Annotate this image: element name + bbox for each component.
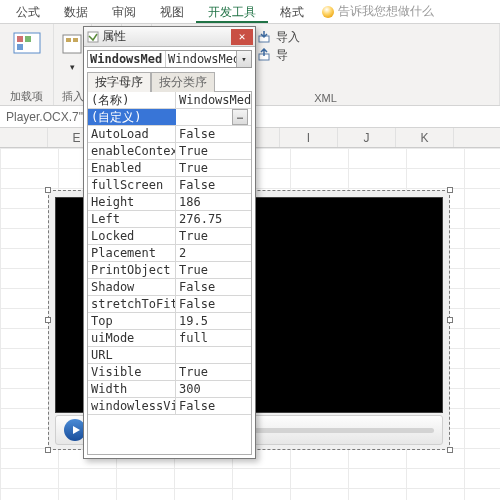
resize-e[interactable] (447, 317, 453, 323)
prop-name: stretchToFit (88, 296, 176, 312)
prop-row-left[interactable]: Left276.75 (88, 211, 251, 228)
addins-button[interactable] (6, 28, 47, 62)
prop-row-fullscreen[interactable]: fullScreenFalse (88, 177, 251, 194)
prop-row-url[interactable]: URL (88, 347, 251, 364)
group-addins-label: 加载项 (6, 89, 47, 104)
addins-icon (12, 30, 42, 60)
prop-value[interactable]: 276.75 (176, 211, 251, 227)
xml-import[interactable]: 导入 (252, 28, 304, 46)
resize-se[interactable] (447, 447, 453, 453)
prop-value[interactable] (176, 347, 251, 363)
prop-value[interactable]: False (176, 296, 251, 312)
tab-categorized[interactable]: 按分类序 (151, 72, 215, 92)
prop-value[interactable]: True (176, 262, 251, 278)
prop-row-enabled[interactable]: EnabledTrue (88, 160, 251, 177)
properties-grid[interactable]: (名称)WindowsMedi(自定义)…AutoLoadFalseenable… (87, 91, 252, 455)
prop-value[interactable]: 186 (176, 194, 251, 210)
tab-developer[interactable]: 开发工具 (196, 0, 268, 23)
prop-name: windowlessVi (88, 398, 176, 414)
prop-row-uimode[interactable]: uiModefull (88, 330, 251, 347)
prop-name: Top (88, 313, 176, 329)
insert-button[interactable]: ▾ (60, 28, 85, 74)
tab-alphabetic[interactable]: 按字母序 (87, 72, 151, 92)
resize-w[interactable] (45, 317, 51, 323)
prop-name: Left (88, 211, 176, 227)
prop-name: fullScreen (88, 177, 176, 193)
tab-format[interactable]: 格式 (268, 0, 316, 23)
prop-name: Placement (88, 245, 176, 261)
prop-row-locked[interactable]: LockedTrue (88, 228, 251, 245)
prop-value[interactable]: True (176, 143, 251, 159)
prop-name: URL (88, 347, 176, 363)
bulb-icon (322, 6, 334, 18)
prop-value[interactable]: False (176, 398, 251, 414)
tab-formulas[interactable]: 公式 (4, 0, 52, 23)
import-icon (256, 29, 272, 45)
prop-name: PrintObject (88, 262, 176, 278)
prop-row-height[interactable]: Height186 (88, 194, 251, 211)
ribbon-tabs: 公式 数据 审阅 视图 开发工具 格式 告诉我您想做什么 (0, 0, 500, 24)
svg-rect-4 (63, 35, 81, 53)
prop-row-visible[interactable]: VisibleTrue (88, 364, 251, 381)
prop-row-autoload[interactable]: AutoLoadFalse (88, 126, 251, 143)
group-insert-label: 插入 (60, 89, 85, 104)
col-J[interactable]: J (338, 128, 396, 147)
prop-row-shadow[interactable]: ShadowFalse (88, 279, 251, 296)
prop-value[interactable]: False (176, 126, 251, 142)
propwin-close[interactable]: ✕ (231, 29, 253, 45)
prop-name: Width (88, 381, 176, 397)
prop-row-enablecontex[interactable]: enableContexTrue (88, 143, 251, 160)
name-box[interactable]: Player.OCX.7" (6, 110, 83, 124)
xml-export[interactable]: 导 (252, 46, 304, 64)
tab-review[interactable]: 审阅 (100, 0, 148, 23)
prop-name: Locked (88, 228, 176, 244)
prop-name: uiMode (88, 330, 176, 346)
prop-name: Shadow (88, 279, 176, 295)
prop-name: enableContex (88, 143, 176, 159)
group-addins: 加载项 (0, 24, 54, 105)
prop-row-printobject[interactable]: PrintObjectTrue (88, 262, 251, 279)
ellipsis-button[interactable]: … (232, 109, 248, 125)
prop-value[interactable]: False (176, 177, 251, 193)
prop-value[interactable]: full (176, 330, 251, 346)
chevron-down-icon[interactable]: ▾ (236, 51, 251, 67)
resize-ne[interactable] (447, 187, 453, 193)
propwin-titlebar[interactable]: 属性 ✕ (84, 27, 255, 47)
tab-view[interactable]: 视图 (148, 0, 196, 23)
prop-value[interactable]: 300 (176, 381, 251, 397)
prop-row-windowlessvi[interactable]: windowlessViFalse (88, 398, 251, 415)
svg-rect-5 (66, 38, 71, 42)
propwin-icon (84, 31, 102, 43)
propwin-object-dropdown[interactable]: WindowsMed WindowsMedi ▾ (87, 50, 252, 68)
prop-value[interactable]: True (176, 228, 251, 244)
prop-row-top[interactable]: Top19.5 (88, 313, 251, 330)
tell-me[interactable]: 告诉我您想做什么 (316, 0, 440, 23)
resize-sw[interactable] (45, 447, 51, 453)
prop-row-placement[interactable]: Placement2 (88, 245, 251, 262)
col-K[interactable]: K (396, 128, 454, 147)
prop-value[interactable]: True (176, 160, 251, 176)
prop-row-stretchtofit[interactable]: stretchToFitFalse (88, 296, 251, 313)
prop-name: Height (88, 194, 176, 210)
prop-name: (名称) (88, 92, 176, 108)
col-I[interactable]: I (280, 128, 338, 147)
col-blank[interactable] (0, 128, 48, 147)
prop-value[interactable]: … (176, 109, 251, 125)
svg-rect-3 (17, 44, 23, 50)
prop-name: (自定义) (88, 109, 176, 125)
propwin-tabs: 按字母序 按分类序 (87, 71, 252, 91)
tell-me-text: 告诉我您想做什么 (338, 3, 434, 20)
tab-data[interactable]: 数据 (52, 0, 100, 23)
properties-window[interactable]: 属性 ✕ WindowsMed WindowsMedi ▾ 按字母序 按分类序 … (83, 26, 256, 459)
prop-row-名称[interactable]: (名称)WindowsMedi (88, 92, 251, 109)
prop-value[interactable]: 2 (176, 245, 251, 261)
prop-row-自定义[interactable]: (自定义)… (88, 109, 251, 126)
prop-row-width[interactable]: Width300 (88, 381, 251, 398)
prop-value[interactable]: True (176, 364, 251, 380)
prop-value[interactable]: WindowsMedi (176, 92, 251, 108)
resize-nw[interactable] (45, 187, 51, 193)
prop-value[interactable]: False (176, 279, 251, 295)
prop-name: Visible (88, 364, 176, 380)
propwin-title-text: 属性 (102, 28, 126, 45)
prop-value[interactable]: 19.5 (176, 313, 251, 329)
